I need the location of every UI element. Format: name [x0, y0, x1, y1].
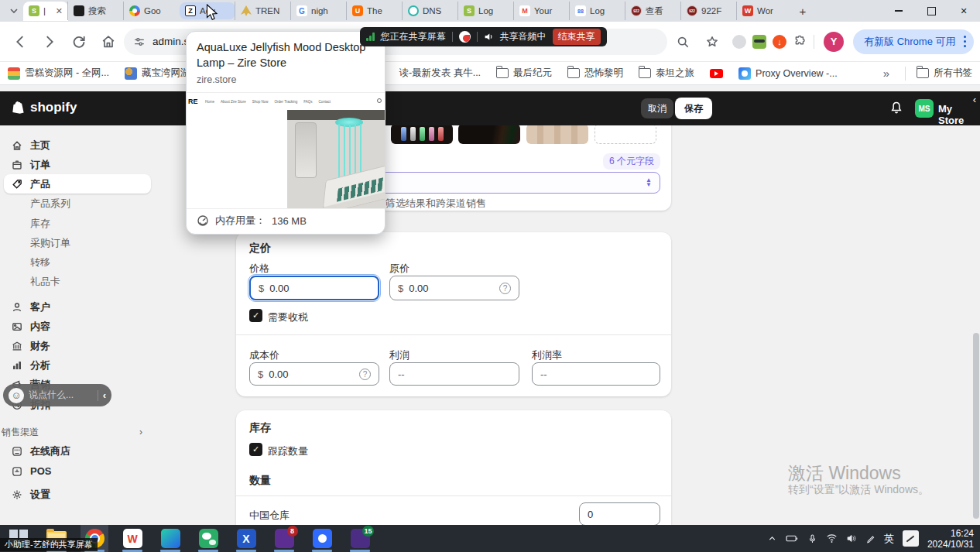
help-icon[interactable]: ?	[499, 283, 511, 294]
wifi-icon[interactable]	[826, 533, 838, 543]
new-tab-button[interactable]: +	[793, 1, 813, 21]
back-button[interactable]	[6, 28, 34, 56]
sidebar-item-purchase-orders[interactable]: 采购订单	[4, 233, 151, 252]
quantity-input[interactable]: 0	[579, 502, 660, 526]
smiley-icon[interactable]	[9, 388, 24, 403]
profit-input[interactable]: --	[389, 362, 519, 386]
purple-app-button[interactable]: 8	[270, 525, 298, 552]
browser-tab-google[interactable]: Goo	[124, 2, 180, 20]
browser-tab-night[interactable]: G nigh	[291, 2, 347, 20]
tab-search-chevron-icon[interactable]	[5, 1, 23, 21]
notifications-bell-icon[interactable]	[889, 100, 904, 115]
bookmark-item[interactable]: 藏宝湾网游	[125, 67, 190, 80]
chrome-update-pill[interactable]: 有新版 Chrome 可用	[853, 29, 974, 54]
product-thumbnail[interactable]	[458, 124, 520, 144]
search-icon[interactable]	[669, 28, 697, 56]
green-glasses-extension-icon[interactable]	[752, 35, 766, 49]
grey-extension-icon[interactable]	[732, 35, 746, 49]
purple-app2-button[interactable]: 15	[346, 525, 374, 552]
all-bookmarks[interactable]: 所有书签	[917, 67, 972, 80]
chat-input-placeholder[interactable]: 说点什么...	[29, 389, 93, 402]
price-input[interactable]: $ 0.00	[249, 276, 379, 300]
browser-tab-logo1[interactable]: S Log	[458, 2, 514, 20]
product-thumbnail[interactable]	[526, 124, 588, 144]
cancel-button[interactable]: 取消	[641, 98, 673, 118]
download-extension-icon[interactable]: ↓	[773, 35, 786, 49]
browser-tab-tren[interactable]: TREN	[235, 2, 291, 20]
chat-overlay[interactable]: 说点什么... ‹	[3, 384, 111, 406]
sidebar-item-content[interactable]: 内容	[4, 317, 151, 336]
battery-icon[interactable]	[786, 533, 799, 543]
sidebar-item-gift-cards[interactable]: 礼品卡	[4, 272, 151, 291]
wechat-button[interactable]	[194, 525, 222, 552]
sidebar-item-orders[interactable]: 订单	[4, 155, 151, 174]
bookmark-youtube[interactable]	[710, 69, 723, 78]
bookmark-folder[interactable]: 恐怖黎明	[567, 67, 623, 80]
bookmark-item[interactable]: 读-最新发表 真牛...	[399, 67, 481, 80]
mail-app-button[interactable]	[156, 525, 184, 552]
sidebar-item-transfers[interactable]: 转移	[4, 252, 151, 272]
reload-button[interactable]	[65, 28, 93, 56]
browser-tab-word[interactable]: W Wor	[737, 2, 793, 20]
meeting-app-button[interactable]	[308, 525, 336, 552]
profile-avatar[interactable]: Y	[824, 32, 844, 52]
browser-tab-gmail[interactable]: M Your	[514, 2, 570, 20]
window-close-button[interactable]	[947, 0, 980, 22]
ime-indicator[interactable]: 英	[884, 532, 894, 546]
sidebar-item-finance[interactable]: 财务	[4, 336, 151, 355]
extensions-puzzle-icon[interactable]	[793, 34, 807, 49]
cost-input[interactable]: $ 0.00 ?	[249, 362, 379, 386]
browser-tab-the[interactable]: U The	[347, 2, 403, 20]
home-button[interactable]	[94, 28, 122, 56]
browser-tab-dns[interactable]: DNS	[403, 2, 458, 20]
tab-close-icon[interactable]: ✕	[56, 6, 63, 16]
chat-collapse-icon[interactable]: ‹	[103, 389, 106, 401]
sidebar-item-home[interactable]: 主页	[4, 135, 151, 155]
sidebar-item-collections[interactable]: 产品系列	[4, 194, 151, 213]
bookmark-folder[interactable]: 最后纪元	[496, 67, 552, 80]
page-scrollbar[interactable]	[973, 333, 979, 519]
wps-button[interactable]: W	[118, 525, 146, 552]
bookmarks-overflow-chevron[interactable]: »	[883, 67, 889, 80]
forward-button[interactable]	[36, 28, 63, 56]
site-info-tune-icon[interactable]	[133, 36, 146, 48]
bookmark-folder[interactable]: 泰坦之旅	[639, 67, 694, 80]
volume-icon[interactable]	[846, 533, 857, 543]
sidebar-item-pos[interactable]: POS	[4, 461, 151, 481]
sidebar-item-online-store[interactable]: 在线商店	[4, 441, 151, 461]
sidebar-item-settings[interactable]: 设置	[4, 485, 151, 504]
store-name[interactable]: My Store	[938, 103, 980, 126]
metafields-badge[interactable]: 6 个元字段	[603, 153, 660, 170]
track-quantity-checkbox[interactable]	[249, 443, 262, 456]
browser-tab-logo2[interactable]: 88 Log	[570, 2, 625, 20]
clock[interactable]: 16:24 2024/10/31	[927, 528, 974, 550]
margin-input[interactable]: --	[532, 362, 660, 386]
browser-tab-shopify-admin[interactable]: S | ✕	[23, 2, 68, 21]
sidebar-item-products[interactable]: 产品	[4, 174, 151, 194]
charge-tax-checkbox[interactable]	[249, 309, 262, 322]
help-icon[interactable]: ?	[359, 369, 371, 380]
bookmark-item[interactable]: 雪糕资源网 - 全网...	[8, 67, 109, 80]
collapse-chevron-icon[interactable]: ‹	[973, 94, 976, 105]
sales-channels-header[interactable]: 销售渠道 ›	[2, 424, 150, 440]
browser-menu-icon[interactable]	[964, 36, 967, 48]
browser-tab-922[interactable]: 922 922F	[681, 2, 737, 20]
tray-chevron-up-icon[interactable]	[767, 533, 777, 543]
product-thumbnail[interactable]	[391, 124, 453, 144]
bookmark-item[interactable]: Proxy Overview -...	[738, 67, 838, 80]
window-maximize-button[interactable]	[915, 0, 947, 22]
browser-tab-922-view[interactable]: 922 查看	[625, 2, 681, 20]
window-minimize-button[interactable]	[882, 0, 915, 22]
store-avatar[interactable]: MS	[915, 99, 934, 118]
sidebar-item-analytics[interactable]: 分析	[4, 355, 151, 375]
browser-tab-search[interactable]: 搜索	[68, 2, 124, 20]
microphone-icon[interactable]	[807, 533, 817, 544]
save-button[interactable]: 保存	[675, 98, 712, 119]
bookmark-star-icon[interactable]	[698, 28, 726, 56]
tray-app-icon[interactable]	[903, 530, 919, 547]
compare-price-input[interactable]: $ 0.00 ?	[389, 276, 519, 300]
end-share-button[interactable]: 结束共享	[553, 29, 601, 45]
x-app-button[interactable]: X	[232, 525, 260, 552]
pen-icon[interactable]	[865, 533, 875, 543]
sidebar-item-customers[interactable]: 客户	[4, 297, 151, 317]
